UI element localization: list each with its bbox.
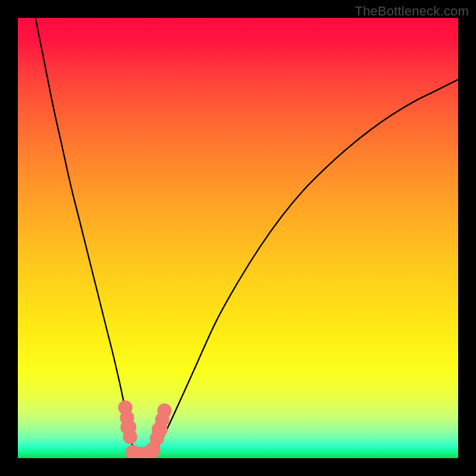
plot-area	[18, 18, 458, 458]
marker-layer	[118, 400, 172, 458]
left-cluster-low	[123, 430, 137, 444]
chart-svg	[18, 18, 458, 458]
watermark-text: TheBottleneck.com	[355, 4, 469, 19]
bottleneck-curve	[36, 18, 458, 456]
chart-frame: TheBottleneck.com	[0, 0, 476, 476]
curve-layer	[36, 18, 458, 456]
right-cluster-top	[157, 403, 171, 418]
